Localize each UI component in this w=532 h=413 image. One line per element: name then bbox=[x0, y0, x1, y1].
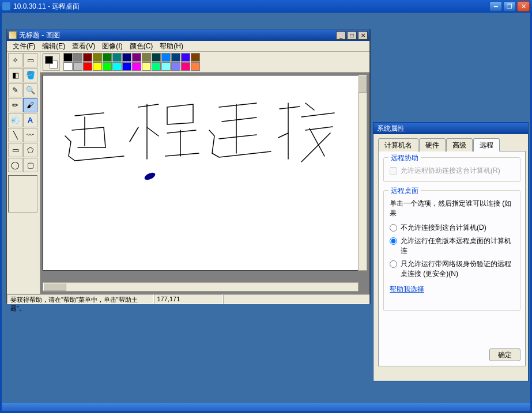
color-swatch[interactable] bbox=[93, 62, 102, 71]
canvas-scrollbar-horizontal[interactable] bbox=[43, 282, 359, 291]
tool-polygon[interactable]: ⬠ bbox=[23, 143, 37, 157]
color-swatch[interactable] bbox=[122, 53, 131, 62]
menu-image[interactable]: 图像(I) bbox=[99, 40, 126, 52]
radio-disallow-input[interactable] bbox=[390, 224, 397, 232]
color-swatch[interactable] bbox=[132, 62, 141, 71]
color-swatch[interactable] bbox=[181, 53, 190, 62]
menu-edit[interactable]: 编辑(E) bbox=[39, 40, 69, 52]
tab-advanced[interactable]: 高级 bbox=[446, 138, 473, 151]
radio-allow-any-input[interactable] bbox=[390, 237, 397, 245]
rdp-close-button[interactable]: ✕ bbox=[517, 1, 530, 12]
paint-maximize-button[interactable]: □ bbox=[347, 31, 357, 40]
tool-eyedropper[interactable]: ✎ bbox=[8, 83, 22, 97]
tool-eraser[interactable]: ◧ bbox=[8, 68, 22, 82]
tool-free-select[interactable]: ✧ bbox=[8, 53, 22, 67]
svg-point-0 bbox=[144, 171, 156, 181]
menu-file[interactable]: 文件(F) bbox=[9, 40, 39, 52]
paint-canvas[interactable] bbox=[43, 75, 359, 271]
sysprop-tabs: 计算机名 硬件 高级 远程 bbox=[378, 138, 526, 151]
canvas-area bbox=[40, 73, 369, 294]
color-swatch[interactable] bbox=[181, 62, 190, 71]
group-title-remote-assist: 远程协助 bbox=[388, 153, 421, 163]
group-remote-desktop: 远程桌面 单击一个选项，然后指定谁可以连接 (如果 不允许连接到这台计算机(D)… bbox=[383, 190, 520, 311]
color-swatch[interactable] bbox=[93, 53, 102, 62]
menu-help[interactable]: 帮助(H) bbox=[156, 40, 187, 52]
paint-window: 无标题 - 画图 _ □ ✕ 文件(F) 编辑(E) 查看(V) 图像(I) 颜… bbox=[6, 29, 370, 304]
radio-allow-any[interactable]: 允许运行任意版本远程桌面的计算机连 bbox=[390, 236, 514, 256]
color-swatch[interactable] bbox=[63, 53, 73, 62]
tab-hardware[interactable]: 硬件 bbox=[419, 138, 446, 151]
color-swatch[interactable] bbox=[122, 62, 131, 71]
tool-rect-select[interactable]: ▭ bbox=[23, 53, 37, 67]
color-swatch[interactable] bbox=[132, 53, 141, 62]
paint-app-icon bbox=[9, 31, 17, 39]
color-swatch[interactable] bbox=[152, 53, 161, 62]
group-remote-assist: 远程协助 允许远程协助连接这台计算机(R) bbox=[383, 157, 520, 182]
canvas-scrollbar-vertical[interactable] bbox=[358, 75, 367, 271]
tool-options-panel[interactable] bbox=[8, 175, 37, 213]
rdp-icon bbox=[2, 2, 10, 10]
tool-airbrush[interactable]: 💨 bbox=[8, 113, 22, 127]
help-me-choose-link[interactable]: 帮助我选择 bbox=[390, 285, 424, 293]
scroll-thumb-h[interactable] bbox=[43, 283, 66, 291]
color-swatch[interactable] bbox=[171, 62, 180, 71]
rdp-maximize-button[interactable]: ❐ bbox=[503, 1, 516, 12]
paint-close-button[interactable]: ✕ bbox=[358, 31, 368, 40]
color-swatch[interactable] bbox=[171, 53, 180, 62]
tab-computer-name[interactable]: 计算机名 bbox=[378, 138, 418, 151]
checkbox-allow-remote-assist[interactable]: 允许远程协助连接这台计算机(R) bbox=[390, 166, 514, 176]
menu-view[interactable]: 查看(V) bbox=[69, 40, 99, 52]
remote-taskbar[interactable] bbox=[2, 403, 530, 411]
foreground-color-swatch[interactable] bbox=[45, 56, 53, 64]
radio-allow-nla-input[interactable] bbox=[390, 260, 397, 268]
tab-panel-remote: 远程协助 允许远程协助连接这台计算机(R) 远程桌面 单击一个选项，然后指定谁可… bbox=[378, 151, 526, 366]
tool-rounded-rect[interactable]: ▢ bbox=[23, 158, 37, 172]
color-swatch[interactable] bbox=[112, 53, 122, 62]
color-swatch[interactable] bbox=[142, 53, 151, 62]
paint-titlebar[interactable]: 无标题 - 画图 _ □ ✕ bbox=[7, 29, 369, 41]
scroll-thumb-v[interactable] bbox=[359, 75, 367, 93]
radio-label: 只允许运行带网络级身份验证的远程桌连接 (更安全)(N) bbox=[401, 259, 514, 279]
color-swatch[interactable] bbox=[83, 53, 92, 62]
status-coordinates: 177,171 bbox=[154, 294, 223, 304]
tool-ellipse[interactable]: ◯ bbox=[8, 158, 22, 172]
tool-curve[interactable]: 〰 bbox=[23, 128, 37, 142]
color-swatch[interactable] bbox=[103, 62, 112, 71]
radio-allow-nla[interactable]: 只允许运行带网络级身份验证的远程桌连接 (更安全)(N) bbox=[390, 259, 514, 279]
color-swatch[interactable] bbox=[191, 53, 200, 62]
color-swatch[interactable] bbox=[63, 62, 73, 71]
color-swatch[interactable] bbox=[142, 62, 151, 71]
paint-toolbox: ✧ ▭ ◧ 🪣 ✎ 🔍 ✏ 🖌 💨 A ╲ 〰 ▭ ⬠ ◯ ▢ bbox=[7, 52, 40, 294]
rdp-titlebar[interactable]: 10.0.30.11 - 远程桌面 ━ ❐ ✕ bbox=[0, 0, 532, 13]
color-box bbox=[40, 52, 369, 73]
color-swatch[interactable] bbox=[191, 62, 200, 71]
rdp-minimize-button[interactable]: ━ bbox=[489, 1, 502, 12]
color-swatch[interactable] bbox=[112, 62, 122, 71]
tool-pencil[interactable]: ✏ bbox=[8, 98, 22, 112]
checkbox-allow-remote-assist-input[interactable] bbox=[390, 167, 397, 175]
sysprop-titlebar[interactable]: 系统属性 bbox=[373, 123, 528, 134]
color-swatch[interactable] bbox=[152, 62, 161, 71]
color-palette bbox=[63, 53, 200, 71]
paint-minimize-button[interactable]: _ bbox=[336, 31, 346, 40]
paint-menubar: 文件(F) 编辑(E) 查看(V) 图像(I) 颜色(C) 帮助(H) bbox=[7, 41, 369, 52]
tool-fill[interactable]: 🪣 bbox=[23, 68, 37, 82]
color-swatch[interactable] bbox=[103, 53, 112, 62]
paint-status-bar: 要获得帮助，请在"帮助"菜单中，单击"帮助主题"。 177,171 bbox=[7, 294, 369, 304]
color-swatch[interactable] bbox=[83, 62, 92, 71]
color-swatch[interactable] bbox=[73, 53, 82, 62]
tool-text[interactable]: A bbox=[23, 113, 37, 127]
tool-magnifier[interactable]: 🔍 bbox=[23, 83, 37, 97]
tool-brush[interactable]: 🖌 bbox=[23, 98, 37, 112]
current-colors[interactable] bbox=[43, 54, 60, 71]
tool-rectangle[interactable]: ▭ bbox=[8, 143, 22, 157]
menu-color[interactable]: 颜色(C) bbox=[126, 40, 157, 52]
ok-button[interactable]: 确定 bbox=[489, 348, 520, 361]
color-swatch[interactable] bbox=[161, 62, 171, 71]
radio-disallow[interactable]: 不允许连接到这台计算机(D) bbox=[390, 223, 514, 233]
tab-remote[interactable]: 远程 bbox=[473, 138, 500, 151]
color-swatch[interactable] bbox=[161, 53, 171, 62]
handwriting-drawing bbox=[43, 75, 359, 271]
color-swatch[interactable] bbox=[73, 62, 82, 71]
tool-line[interactable]: ╲ bbox=[8, 128, 22, 142]
